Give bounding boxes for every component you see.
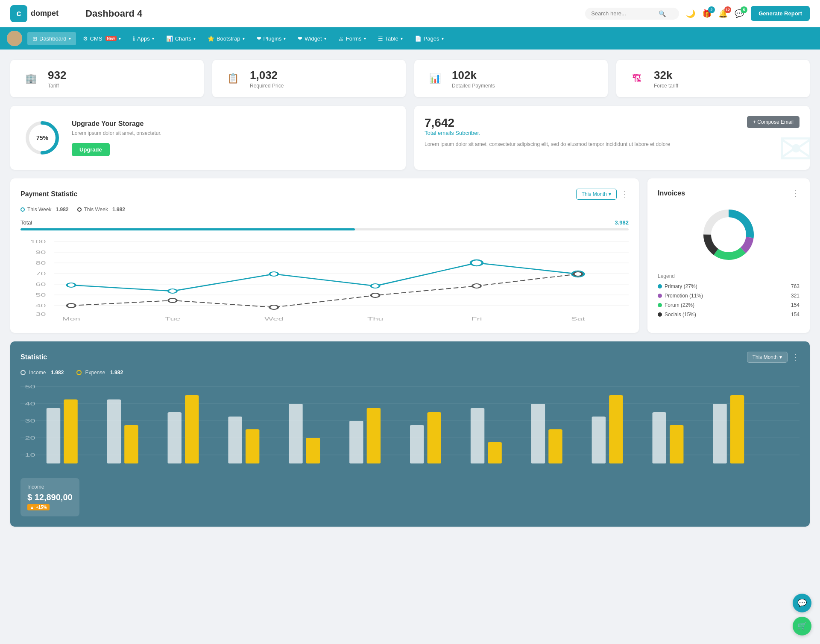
- force-tariff-icon: 🏗: [627, 68, 647, 89]
- nav-item-pages[interactable]: 📄 Pages ▾: [410, 32, 449, 45]
- search-icon: 🔍: [659, 10, 666, 17]
- this-month-label: This Month: [582, 191, 607, 197]
- plugins-arrow-icon: ▾: [284, 36, 286, 41]
- legend-title: Legend: [658, 273, 800, 279]
- required-price-label: Required Price: [250, 83, 284, 89]
- svg-point-17: [67, 283, 76, 287]
- search-box: 🔍: [585, 8, 679, 20]
- this-month-button[interactable]: This Month ▾: [576, 189, 617, 200]
- nav-item-table[interactable]: ☰ Table ▾: [373, 32, 408, 45]
- generate-report-button[interactable]: Generate Report: [751, 6, 810, 21]
- payment-section: Payment Statistic This Month ▾ ⋮ This We…: [10, 178, 810, 333]
- income-legend-dot: [20, 370, 26, 375]
- legend-label-2: This Week: [84, 207, 108, 213]
- bootstrap-nav-label: Bootstrap: [217, 35, 240, 42]
- statistic-month-arrow: ▾: [779, 354, 782, 360]
- email-card-header: 7,642 Total emails Subcriber. Lorem ipsu…: [425, 116, 800, 148]
- nav-item-apps[interactable]: ℹ Apps ▾: [128, 32, 159, 45]
- legend-dot-teal: [20, 207, 25, 212]
- income-legend-item: Income 1.982: [20, 370, 64, 376]
- svg-rect-59: [306, 438, 320, 463]
- invoices-header: Invoices ⋮: [658, 189, 800, 198]
- chat-icon[interactable]: 💬 5: [735, 9, 744, 18]
- svg-text:30: 30: [35, 312, 46, 317]
- statistic-more-icon[interactable]: ⋮: [792, 353, 800, 362]
- statistic-bar-chart: 50 40 30 20 10: [20, 382, 800, 468]
- stat-card-tariff: 🏢 932 Tariff: [10, 60, 204, 97]
- svg-text:30: 30: [25, 418, 35, 424]
- total-bar-fill: [20, 228, 355, 230]
- apps-nav-icon: ℹ: [133, 35, 135, 42]
- charts-arrow-icon: ▾: [193, 36, 196, 41]
- total-progress-bar: [20, 228, 629, 230]
- nav-item-cms[interactable]: ⚙ CMS New ▾: [78, 32, 126, 45]
- invoices-more-icon[interactable]: ⋮: [792, 189, 800, 198]
- svg-text:Thu: Thu: [367, 316, 383, 322]
- plugins-nav-label: Plugins: [264, 35, 282, 42]
- income-panel-value: $ 12,890,00: [27, 492, 73, 502]
- income-panel-title: Income: [27, 484, 73, 490]
- dark-mode-icon[interactable]: 🌙: [686, 9, 695, 18]
- invoices-card: Invoices ⋮ Legend: [647, 178, 810, 333]
- nav-item-bootstrap[interactable]: ⭐ Bootstrap ▾: [202, 32, 250, 45]
- table-nav-label: Table: [385, 35, 398, 42]
- promotion-legend-value: 321: [791, 293, 800, 299]
- svg-rect-51: [64, 399, 77, 463]
- svg-rect-53: [124, 425, 138, 463]
- income-legend-value: 1.982: [51, 370, 64, 376]
- topbar-icons: 🌙 🎁 2 🔔 12 💬 5 Generate Report: [686, 6, 810, 21]
- pages-nav-label: Pages: [424, 35, 439, 42]
- nav-item-forms[interactable]: 🖨 Forms ▾: [333, 32, 371, 45]
- svg-rect-66: [531, 404, 545, 463]
- svg-point-27: [472, 284, 481, 288]
- notification-icon[interactable]: 🔔 12: [718, 9, 728, 18]
- legend-section: Legend Primary (27%) 763 Promotion (11%): [658, 273, 800, 319]
- svg-rect-67: [548, 429, 562, 463]
- widget-arrow-icon: ▾: [324, 36, 326, 41]
- svg-text:Wed: Wed: [264, 316, 283, 322]
- nav-item-charts[interactable]: 📊 Charts ▾: [161, 32, 201, 45]
- topbar: c dompet Dashboard 4 🔍 🌙 🎁 2 🔔 12 💬 5 Ge…: [0, 0, 820, 27]
- statistic-controls: This Month ▾ ⋮: [747, 352, 800, 363]
- svg-point-28: [574, 272, 582, 276]
- dashboard-nav-label: Dashboard: [39, 35, 67, 42]
- legend-val-2: 1.982: [112, 207, 125, 213]
- svg-text:Sat: Sat: [571, 316, 585, 322]
- legend-this-week-1: This Week 1.982: [20, 207, 69, 213]
- storage-title: Upgrade Your Storage: [72, 120, 161, 128]
- forms-nav-label: Forms: [346, 35, 362, 42]
- search-input[interactable]: [591, 10, 655, 17]
- statistic-month-button[interactable]: This Month ▾: [747, 352, 788, 363]
- notification-badge: 12: [724, 6, 731, 13]
- widget-nav-icon: ❤: [298, 35, 302, 42]
- svg-rect-60: [349, 421, 363, 463]
- logo-icon: c: [10, 5, 27, 22]
- invoices-legend-list: Primary (27%) 763 Promotion (11%) 321: [658, 282, 800, 319]
- payment-more-icon[interactable]: ⋮: [621, 189, 629, 199]
- charts-nav-icon: 📊: [166, 35, 173, 42]
- forum-dot: [658, 303, 662, 307]
- svg-rect-50: [47, 408, 60, 463]
- svg-rect-55: [185, 395, 199, 463]
- nav-item-plugins[interactable]: ❤ Plugins ▾: [252, 32, 291, 45]
- svg-point-25: [269, 305, 278, 309]
- nav-item-widget[interactable]: ❤ Widget ▾: [293, 32, 331, 45]
- payment-card: Payment Statistic This Month ▾ ⋮ This We…: [10, 178, 639, 333]
- legend-item-promotion: Promotion (11%) 321: [658, 291, 800, 300]
- svg-rect-72: [713, 404, 726, 463]
- expense-legend-dot: [76, 370, 82, 375]
- upgrade-button[interactable]: Upgrade: [72, 143, 110, 156]
- detailed-payments-value: 102k: [452, 69, 495, 82]
- storage-description: Lorem ipsum dolor sit amet, onsectetur.: [72, 130, 161, 136]
- svg-rect-56: [228, 417, 242, 463]
- pages-nav-icon: 📄: [415, 35, 422, 42]
- gift-icon[interactable]: 🎁 2: [702, 9, 712, 18]
- svg-rect-64: [471, 408, 484, 463]
- statistic-bar-chart-area: 50 40 30 20 10: [20, 382, 800, 468]
- svg-rect-57: [246, 429, 259, 463]
- legend-item-forum: Forum (22%) 154: [658, 300, 800, 310]
- svg-text:90: 90: [35, 250, 46, 255]
- nav-item-dashboard[interactable]: ⊞ Dashboard ▾: [27, 32, 76, 45]
- svg-point-26: [371, 293, 380, 297]
- pages-arrow-icon: ▾: [442, 36, 444, 41]
